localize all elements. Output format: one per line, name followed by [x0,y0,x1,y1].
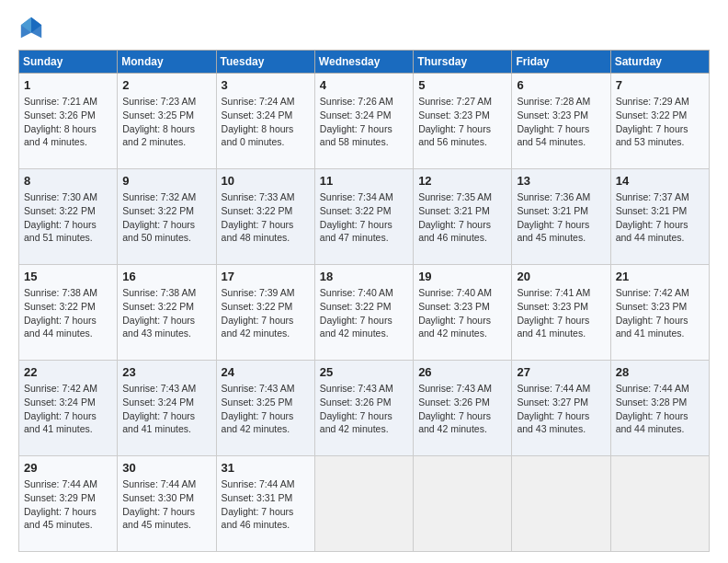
day-info-line: and 44 minutes. [24,327,112,340]
day-info-line: Daylight: 8 hours [122,122,210,136]
day-info-line: Daylight: 7 hours [320,218,408,232]
day-info-line: Sunset: 3:23 PM [517,109,605,122]
col-header-tuesday: Tuesday [216,51,314,74]
day-number: 9 [122,173,210,190]
calendar-cell: 17Sunrise: 7:39 AMSunset: 3:22 PMDayligh… [216,265,314,361]
day-info-line: Sunrise: 7:32 AM [122,190,210,204]
day-info-line: Sunrise: 7:44 AM [616,382,704,396]
day-info-line: Daylight: 7 hours [24,314,112,327]
day-info-line: Daylight: 7 hours [320,409,408,423]
day-info-line: Sunset: 3:22 PM [616,109,704,122]
col-header-friday: Friday [512,51,610,74]
day-number: 24 [222,364,310,381]
calendar-cell: 14Sunrise: 7:37 AMSunset: 3:21 PMDayligh… [610,169,709,265]
col-header-saturday: Saturday [610,51,709,74]
day-info-line: Sunset: 3:22 PM [24,300,112,314]
day-number: 2 [122,77,210,94]
day-info-line: Daylight: 7 hours [418,314,506,327]
day-info-line: Sunrise: 7:35 AM [418,190,506,204]
day-info-line: Daylight: 7 hours [122,314,210,327]
day-info-line: Sunrise: 7:24 AM [222,95,310,109]
day-number: 7 [616,77,704,94]
day-info-line: Daylight: 7 hours [222,505,310,519]
day-info-line: Sunrise: 7:33 AM [222,190,310,204]
day-info-line: Sunrise: 7:38 AM [122,286,210,300]
day-info-line: Sunrise: 7:26 AM [320,95,408,109]
day-number: 15 [24,269,112,285]
calendar-cell: 24Sunrise: 7:43 AMSunset: 3:25 PMDayligh… [216,361,314,456]
day-info-line: Daylight: 7 hours [616,314,704,327]
day-info-line: and 48 minutes. [222,231,310,245]
day-info-line: and 45 minutes. [24,518,112,532]
day-number: 26 [418,364,506,381]
col-header-thursday: Thursday [414,51,512,74]
day-info-line: Sunset: 3:23 PM [616,300,704,314]
day-info-line: and 51 minutes. [24,231,112,245]
calendar-cell: 26Sunrise: 7:43 AMSunset: 3:26 PMDayligh… [414,361,512,456]
day-info-line: Sunrise: 7:44 AM [122,477,210,491]
calendar-cell: 12Sunrise: 7:35 AMSunset: 3:21 PMDayligh… [414,169,512,265]
calendar-cell: 21Sunrise: 7:42 AMSunset: 3:23 PMDayligh… [610,265,709,361]
day-info-line: Sunset: 3:31 PM [222,491,310,505]
calendar-cell: 9Sunrise: 7:32 AMSunset: 3:22 PMDaylight… [118,169,216,265]
day-info-line: and 42 minutes. [222,422,310,436]
day-info-line: and 42 minutes. [418,327,506,340]
calendar-cell: 19Sunrise: 7:40 AMSunset: 3:23 PMDayligh… [414,265,512,361]
day-info-line: Daylight: 7 hours [517,218,605,232]
day-number: 11 [320,173,408,190]
day-number: 1 [24,77,112,94]
day-info-line: Daylight: 7 hours [222,218,310,232]
day-info-line: Sunset: 3:22 PM [320,204,408,218]
day-info-line: Sunrise: 7:44 AM [222,477,310,491]
calendar-cell: 8Sunrise: 7:30 AMSunset: 3:22 PMDaylight… [19,169,118,265]
day-info-line: Daylight: 7 hours [320,314,408,327]
calendar-cell [414,456,512,552]
day-info-line: Daylight: 7 hours [517,409,605,423]
day-info-line: Sunrise: 7:27 AM [418,95,506,109]
calendar-table: SundayMondayTuesdayWednesdayThursdayFrid… [18,50,710,552]
calendar-cell: 29Sunrise: 7:44 AMSunset: 3:29 PMDayligh… [19,456,118,552]
day-info-line: Daylight: 7 hours [222,409,310,423]
day-number: 29 [24,460,112,477]
day-info-line: Sunset: 3:22 PM [222,300,310,314]
day-number: 21 [616,269,704,285]
day-info-line: Sunrise: 7:44 AM [24,477,112,491]
day-info-line: Sunset: 3:26 PM [418,396,506,409]
day-info-line: and 43 minutes. [122,327,210,340]
day-info-line: and 58 minutes. [320,135,408,149]
day-info-line: Sunrise: 7:43 AM [222,382,310,396]
day-info-line: Sunset: 3:22 PM [320,300,408,314]
calendar-week-2: 8Sunrise: 7:30 AMSunset: 3:22 PMDaylight… [19,169,710,265]
day-info-line: Daylight: 7 hours [616,409,704,423]
day-info-line: Daylight: 7 hours [24,505,112,519]
calendar-cell: 30Sunrise: 7:44 AMSunset: 3:30 PMDayligh… [118,456,216,552]
calendar-cell: 3Sunrise: 7:24 AMSunset: 3:24 PMDaylight… [216,74,314,169]
logo-icon [18,15,44,40]
col-header-wednesday: Wednesday [314,51,413,74]
day-info-line: and 45 minutes. [517,231,605,245]
calendar-cell: 31Sunrise: 7:44 AMSunset: 3:31 PMDayligh… [216,456,314,552]
day-info-line: and 53 minutes. [616,135,704,149]
day-info-line: and 42 minutes. [418,422,506,436]
day-info-line: Sunset: 3:21 PM [418,204,506,218]
day-info-line: Sunset: 3:23 PM [418,109,506,122]
day-info-line: and 50 minutes. [122,231,210,245]
calendar-cell: 6Sunrise: 7:28 AMSunset: 3:23 PMDaylight… [512,74,610,169]
day-info-line: Sunset: 3:24 PM [320,109,408,122]
header [18,15,710,40]
day-info-line: Sunrise: 7:30 AM [24,190,112,204]
day-info-line: and 54 minutes. [517,135,605,149]
day-number: 31 [222,460,310,477]
day-info-line: Daylight: 7 hours [24,218,112,232]
day-info-line: Sunrise: 7:43 AM [320,382,408,396]
day-number: 18 [320,269,408,285]
day-info-line: Sunrise: 7:37 AM [616,190,704,204]
day-info-line: Sunset: 3:21 PM [616,204,704,218]
calendar-cell [512,456,610,552]
day-info-line: Sunrise: 7:23 AM [122,95,210,109]
day-info-line: Sunset: 3:23 PM [418,300,506,314]
day-number: 14 [616,173,704,190]
day-info-line: Sunrise: 7:29 AM [616,95,704,109]
day-info-line: and 42 minutes. [222,327,310,340]
col-header-monday: Monday [118,51,216,74]
